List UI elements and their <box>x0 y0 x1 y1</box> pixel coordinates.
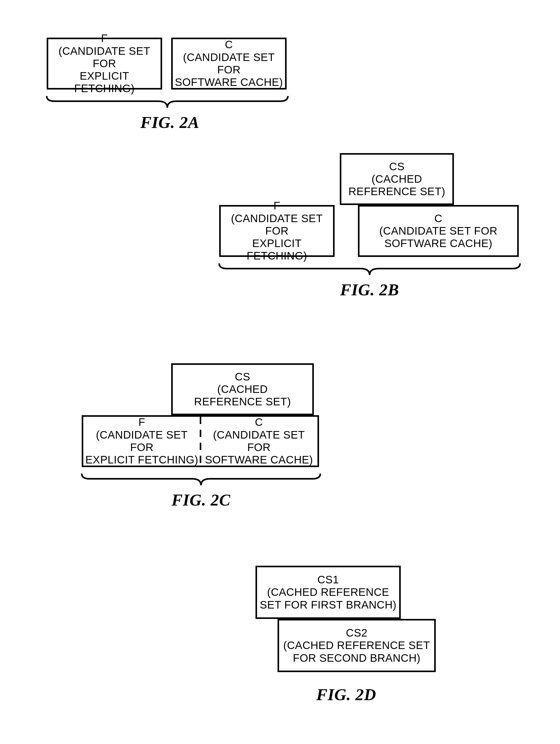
fig2d-cs1-sub: (CACHED REFERENCESET FOR FIRST BRANCH) <box>260 586 397 611</box>
fig2c-f-title: F <box>138 416 145 429</box>
fig2b-f-title: F <box>273 199 280 212</box>
fig2c-top-dash <box>171 414 314 417</box>
fig2c-caption: FIG. 2C <box>79 490 323 510</box>
fig2a-caption: FIG. 2A <box>47 113 293 132</box>
fig2c-brace <box>79 472 323 488</box>
fig2b-cs-title: CS <box>389 160 404 173</box>
fig2c-cs-title: CS <box>235 371 250 383</box>
fig2d-cs2-title: CS2 <box>346 627 367 639</box>
fig2a-brace <box>44 95 290 110</box>
fig2d-caption: FIG. 2D <box>255 685 437 704</box>
fig2b-c-title: C <box>435 212 442 225</box>
fig2c-center-dash <box>199 417 202 466</box>
fig2a-f-title: F <box>101 32 108 45</box>
fig2d-cs2-sub: (CACHED REFERENCE SETFOR SECOND BRANCH) <box>283 639 430 664</box>
fig2a-box-c: C (CANDIDATE SET FORSOFTWARE CACHE) <box>171 38 287 89</box>
fig2c-f-sub: (CANDIDATE SET FOREXPLICIT FETCHING) <box>83 429 200 466</box>
fig2c-c-sub: (CANDIDATE SET FORSOFTWARE CACHE) <box>200 429 318 466</box>
fig2c-box-cs: CS (CACHEDREFERENCE SET) <box>171 363 314 415</box>
fig2b-box-c: C (CANDIDATE SET FORSOFTWARE CACHE) <box>358 205 519 257</box>
fig2b-brace <box>216 262 523 278</box>
fig2d-box-cs1: CS1 (CACHED REFERENCESET FOR FIRST BRANC… <box>255 566 401 619</box>
page: F (CANDIDATE SET FOREXPLICIT FETCHING) C… <box>0 0 560 744</box>
fig2d-box-cs2: CS2 (CACHED REFERENCE SETFOR SECOND BRAN… <box>278 619 436 672</box>
fig2b-f-sub: (CANDIDATE SET FOREXPLICIT FETCHING) <box>223 212 331 262</box>
fig2b-c-sub: (CANDIDATE SET FORSOFTWARE CACHE) <box>379 225 497 250</box>
fig2d-cs1-title: CS1 <box>317 573 339 586</box>
fig2a-c-sub: (CANDIDATE SET FORSOFTWARE CACHE) <box>175 51 283 89</box>
fig2b-box-f: F (CANDIDATE SET FOREXPLICIT FETCHING) <box>219 205 334 257</box>
fig2c-cs-sub: (CACHEDREFERENCE SET) <box>194 383 291 408</box>
fig2c-c-title: C <box>255 416 263 429</box>
fig2b-cs-sub: (CACHEDREFERENCE SET) <box>348 173 445 198</box>
fig2a-c-title: C <box>225 38 233 51</box>
fig2a-f-sub: (CANDIDATE SET FOREXPLICIT FETCHING) <box>50 45 158 95</box>
fig2a-box-f: F (CANDIDATE SET FOREXPLICIT FETCHING) <box>47 38 162 89</box>
fig2b-caption: FIG. 2B <box>216 280 523 299</box>
fig2b-box-cs: CS (CACHEDREFERENCE SET) <box>340 153 454 205</box>
